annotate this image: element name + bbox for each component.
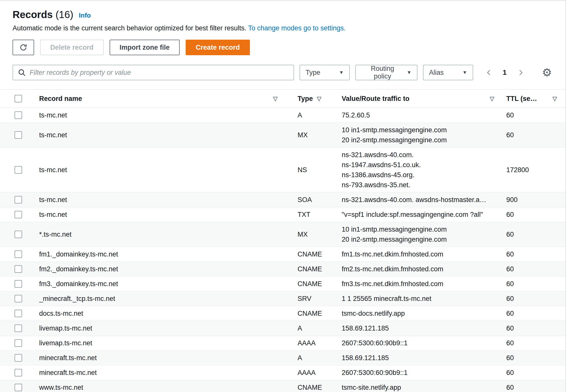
filter-triangle-icon[interactable]: ▽ (317, 96, 321, 102)
record-name-column: *.ts-mc.net (28, 229, 298, 239)
record-ttl-cell: 60 (506, 368, 565, 378)
record-name-cell: ts-mc.net (39, 130, 67, 140)
next-page-button[interactable] (516, 68, 526, 78)
record-value-cell: 158.69.121.185 (342, 351, 506, 365)
row-checkbox[interactable] (15, 265, 22, 273)
record-name-column: ts-mc.net (28, 195, 298, 205)
records-title-text: Records (13, 9, 53, 20)
row-checkbox[interactable] (15, 231, 22, 238)
row-checkbox[interactable] (15, 369, 22, 376)
record-ttl-cell: 60 (506, 353, 565, 363)
records-table: Record name ▽ Type ▽ Value/Route traffic… (0, 89, 565, 392)
record-value-cell: fm2.ts-mc.net.dkim.fmhosted.com (342, 262, 506, 276)
filter-records-input[interactable] (13, 65, 294, 80)
record-type-cell: A (298, 323, 342, 333)
table-row: ts-mc.net MX 10 in1-smtp.messagingengine… (0, 123, 565, 148)
create-record-button[interactable]: Create record (186, 40, 250, 55)
record-name-cell: fm1._domainkey.ts-mc.net (39, 249, 118, 259)
record-name-column: docs.ts-mc.net (28, 308, 298, 318)
record-ttl-cell: 60 (506, 249, 565, 259)
record-name-column: www.ts-mc.net (28, 382, 298, 392)
previous-page-button[interactable] (484, 68, 494, 78)
record-value-cell: 2607:5300:60:90b9::1 (342, 336, 506, 350)
page-title: Records (16) (13, 9, 73, 20)
row-checkbox[interactable] (15, 324, 22, 332)
row-checkbox-cell (0, 211, 28, 218)
refresh-button[interactable] (13, 40, 34, 55)
description-text: Automatic mode is the current search beh… (13, 24, 246, 32)
column-header-ttl: TTL (se… ▽ (506, 95, 565, 103)
row-checkbox-cell (0, 166, 28, 174)
record-ttl-cell: 60 (506, 323, 565, 333)
filter-triangle-icon[interactable]: ▽ (273, 96, 277, 102)
record-type-cell: CNAME (298, 382, 342, 392)
record-name-cell: www.ts-mc.net (39, 382, 83, 392)
routing-policy-filter-dropdown[interactable]: Routing policy ▼ (355, 65, 417, 80)
info-link[interactable]: Info (79, 12, 91, 19)
toolbar: Delete record Import zone file Create re… (13, 40, 553, 55)
record-value-cell: "v=spf1 include:spf.messagingengine.com … (342, 207, 506, 222)
row-checkbox[interactable] (15, 196, 22, 204)
record-value-line: 2607:5300:60:90b9::1 (342, 338, 494, 348)
row-checkbox[interactable] (15, 354, 22, 362)
filter-triangle-icon[interactable]: ▽ (552, 96, 557, 102)
row-checkbox-cell (0, 196, 28, 204)
select-all-checkbox[interactable] (15, 95, 22, 102)
record-ttl-cell: 60 (506, 110, 565, 120)
value-header-label: Value/Route traffic to (342, 95, 409, 103)
row-checkbox[interactable] (15, 384, 22, 391)
row-checkbox[interactable] (15, 250, 22, 258)
ttl-header-label: TTL (se… (506, 95, 537, 103)
table-row: *.ts-mc.net MX 10 in1-smtp.messagingengi… (0, 222, 565, 247)
record-name-cell: docs.ts-mc.net (39, 308, 83, 318)
row-checkbox[interactable] (15, 111, 22, 119)
search-icon (18, 68, 26, 77)
filter-triangle-icon[interactable]: ▽ (490, 96, 494, 102)
current-page: 1 (501, 69, 509, 77)
row-checkbox[interactable] (15, 295, 22, 302)
record-value-cell: 10 in1-smtp.messagingengine.com20 in2-sm… (342, 123, 506, 147)
record-ttl-cell: 60 (506, 338, 565, 348)
row-checkbox[interactable] (15, 166, 22, 174)
record-value-line: 2607:5300:60:90b9::1 (342, 368, 494, 378)
record-name-cell: minecraft.ts-mc.net (39, 353, 97, 363)
record-type-cell: AAAA (298, 338, 342, 348)
record-ttl-cell: 172800 (506, 165, 565, 175)
record-value-line: fm1.ts-mc.net.dkim.fmhosted.com (342, 249, 494, 259)
row-checkbox-cell (0, 324, 28, 332)
type-filter-label: Type (306, 69, 320, 77)
record-name-column: minecraft.ts-mc.net (28, 368, 298, 378)
settings-button[interactable]: ⚙ (542, 67, 552, 78)
record-value-cell: 2607:5300:60:90b9::1 (342, 365, 506, 380)
alias-filter-dropdown[interactable]: Alias ▼ (423, 65, 473, 80)
record-value-line: 10 in1-smtp.messagingengine.com (342, 125, 494, 135)
row-checkbox-cell (0, 131, 28, 139)
record-value-cell: ns-321.awsdns-40.com. awsdns-hostmaster.… (342, 192, 506, 207)
row-checkbox[interactable] (15, 131, 22, 139)
record-ttl-cell: 60 (506, 308, 565, 318)
row-checkbox-cell (0, 250, 28, 258)
record-name-column: ts-mc.net (28, 110, 298, 120)
row-checkbox[interactable] (15, 339, 22, 347)
import-zone-file-button[interactable]: Import zone file (110, 40, 180, 55)
search-box (13, 65, 294, 80)
row-checkbox[interactable] (15, 211, 22, 218)
record-name-column: livemap.ts-mc.net (28, 323, 298, 333)
change-modes-link[interactable]: To change modes go to settings. (248, 24, 346, 32)
record-value-cell: fm1.ts-mc.net.dkim.fmhosted.com (342, 247, 506, 262)
record-value-line: "v=spf1 include:spf.messagingengine.com … (342, 210, 494, 220)
table-row: ts-mc.net A 75.2.60.5 60 (0, 108, 565, 123)
table-row: ts-mc.net NS ns-321.awsdns-40.com.ns-194… (0, 148, 565, 192)
record-value-line: fm3.ts-mc.net.dkim.fmhosted.com (342, 279, 494, 289)
record-type-cell: CNAME (298, 249, 342, 259)
record-value-line: 20 in2-smtp.messagingengine.com (342, 135, 494, 145)
records-header-section: Records (16) Info Automatic mode is the … (0, 1, 565, 80)
column-header-value: Value/Route traffic to ▽ (342, 95, 506, 103)
table-row: fm3._domainkey.ts-mc.net CNAME fm3.ts-mc… (0, 277, 565, 291)
delete-record-button[interactable]: Delete record (40, 40, 104, 55)
search-mode-description: Automatic mode is the current search beh… (13, 24, 553, 32)
record-ttl-cell: 60 (506, 264, 565, 274)
type-filter-dropdown[interactable]: Type ▼ (300, 65, 350, 80)
row-checkbox[interactable] (15, 280, 22, 288)
row-checkbox[interactable] (15, 310, 22, 317)
